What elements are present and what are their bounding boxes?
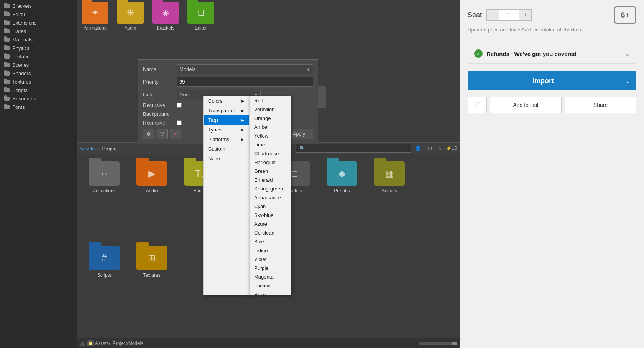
filter-settings-button[interactable]: ⚙ — [143, 129, 154, 139]
asset-folder-animations[interactable]: ✦ Animations — [80, 2, 110, 31]
purchase-section: Seat − 1 + 6+ Updated price and taxes/VA… — [460, 0, 644, 39]
color-item-lime[interactable]: Lime — [250, 140, 291, 149]
seat-minus-button[interactable]: − — [486, 9, 499, 21]
asset-item-audio[interactable]: ▶Audio — [129, 159, 175, 242]
asset-folder-editor[interactable]: ⊔ Editor — [186, 2, 216, 31]
color-item-azure[interactable]: Azure — [250, 220, 291, 228]
import-button[interactable]: Import — [468, 71, 619, 90]
asset-item-label: Scripts — [97, 272, 112, 278]
sidebar-item-physics[interactable]: Physics — [0, 44, 77, 52]
priority-input[interactable] — [177, 77, 313, 87]
asset-folder-audio[interactable]: ✳ Audio — [115, 2, 146, 31]
color-item-harlequin[interactable]: Harlequin — [250, 158, 291, 167]
asset-item-label: Prefabs — [334, 188, 350, 194]
dropdown-item-types[interactable]: Types ▶ — [204, 125, 249, 135]
action-row: ♡ Add to List Share — [468, 97, 636, 113]
color-item-fuchsia[interactable]: Fuchsia — [250, 281, 291, 290]
folder-icon: ◆ — [338, 168, 345, 179]
color-item-green[interactable]: Green — [250, 167, 291, 176]
asset-item-prefabs[interactable]: ◆Prefabs — [319, 159, 365, 242]
main-area: ✦ Animations ✳ Audio ◈ Brackets ⊔ Editor… — [77, 0, 460, 348]
sidebar-item-flares[interactable]: Flares — [0, 27, 77, 35]
recursive-checkbox[interactable] — [177, 103, 182, 108]
color-item-amber[interactable]: Amber — [250, 123, 291, 131]
color-item-emerald[interactable]: Emerald — [250, 176, 291, 184]
price-note: Updated price and taxes/VAT calculated a… — [468, 27, 636, 33]
asset-item-textures[interactable]: ⊞Textures — [129, 243, 175, 326]
arrow-icon: ▶ — [241, 108, 244, 113]
asset-folder-brackets[interactable]: ◈ Brackets — [150, 2, 181, 31]
toolbar-star-icon-btn[interactable]: ☆ — [436, 144, 444, 152]
sidebar-item-shaders[interactable]: Shaders — [0, 69, 77, 77]
wishlist-button[interactable]: ♡ — [468, 97, 487, 113]
folder-icon: ↔ — [100, 168, 109, 179]
toolbar-user-icon-btn[interactable]: 👤 — [413, 144, 423, 152]
dropdown-item-transparent[interactable]: Transparent ▶ — [204, 106, 249, 115]
color-item-red[interactable]: Red — [250, 96, 291, 105]
asset-item-scripts[interactable]: #Scripts — [81, 243, 127, 326]
arrow-icon: ▶ — [241, 128, 244, 132]
dropdown-item-tags[interactable]: Tags ▶ — [204, 115, 249, 125]
toolbar-tag-icon-btn[interactable]: 🏷 — [425, 144, 434, 152]
breadcrumb: Assets › _Project — [80, 146, 118, 151]
color-item-rose[interactable]: Rose — [250, 290, 291, 295]
color-item-chartreuse[interactable]: Chartreuse — [250, 149, 291, 158]
sidebar-item-resources[interactable]: Resources — [0, 94, 77, 103]
color-item-blue[interactable]: Blue — [250, 237, 291, 246]
sidebar-item-brackets[interactable]: Brackets — [0, 2, 77, 10]
filter-name-select[interactable]: Models ▼ — [177, 64, 313, 74]
seat-control: Seat − 1 + 6+ — [468, 6, 636, 24]
sidebar-item-prefabs[interactable]: Prefabs — [0, 52, 77, 61]
filter-name-row: Name Models ▼ — [143, 64, 313, 74]
assets-search-input[interactable] — [296, 144, 411, 153]
color-item-cerulean[interactable]: Cerulean — [250, 228, 291, 237]
scrollbar-handle[interactable] — [452, 342, 457, 345]
sidebar-item-fonts[interactable]: Fonts — [0, 103, 77, 111]
dropdown-item-colors[interactable]: Colors ▶ — [204, 96, 249, 106]
color-item-aquamarine[interactable]: Aquamarine — [250, 193, 291, 202]
color-item-indigo[interactable]: Indigo — [250, 246, 291, 255]
color-item-purple[interactable]: Purple — [250, 264, 291, 272]
color-item-sky-blue[interactable]: Sky-blue — [250, 211, 291, 220]
dropdown-item-custom[interactable]: Custom — [204, 144, 249, 154]
color-item-cyan[interactable]: Cyan — [250, 202, 291, 211]
asset-item-animations[interactable]: ↔Animations — [81, 159, 127, 242]
sidebar-item-textures[interactable]: Textures — [0, 77, 77, 86]
color-item-spring-green[interactable]: Spring-green — [250, 184, 291, 193]
filter-clear-button[interactable]: ✕ — [170, 129, 181, 139]
folder-icon — [4, 11, 10, 17]
folder-icon-orange: ✦ — [82, 2, 108, 24]
breadcrumb-assets[interactable]: Assets — [80, 146, 95, 151]
import-dropdown-button[interactable]: ⌄ — [619, 71, 636, 90]
folder-icon — [4, 62, 10, 68]
share-button[interactable]: Share — [565, 97, 636, 113]
filter-funnel-button[interactable]: ▽ — [157, 129, 168, 139]
add-to-list-button[interactable]: Add to List — [490, 97, 562, 113]
sidebar-item-scenes[interactable]: Scenes — [0, 61, 77, 69]
folder-icon — [4, 79, 10, 85]
color-item-vermilion[interactable]: Vermilion — [250, 105, 291, 114]
sidebar-item-editor[interactable]: Editor — [0, 10, 77, 18]
recursive2-checkbox[interactable] — [177, 120, 182, 125]
color-item-violet[interactable]: Violet — [250, 255, 291, 264]
chevron-down-icon: ⌄ — [625, 77, 631, 85]
color-item-yellow[interactable]: Yellow — [250, 131, 291, 140]
asset-item-label: Textures — [143, 272, 160, 278]
seat-plus-button[interactable]: + — [519, 9, 532, 21]
arrow-icon: ▶ — [241, 118, 244, 122]
sidebar-item-materials[interactable]: Materials — [0, 35, 77, 44]
sidebar-item-extensions[interactable]: Extensions — [0, 18, 77, 27]
dropdown-item-platforms[interactable]: Platforms ▶ — [204, 135, 249, 144]
seat-label: Seat — [468, 11, 482, 19]
folder-icon — [4, 28, 10, 34]
seat-value: 1 — [499, 9, 519, 21]
asset-item-scenes[interactable]: ▦Scenes — [366, 159, 412, 242]
seat-stepper: − 1 + — [486, 9, 532, 21]
folder-icon — [4, 53, 10, 59]
sidebar: Brackets Editor Extensions Flares Materi… — [0, 0, 77, 348]
refunds-header[interactable]: ✓ Refunds · We've got you covered ⌄ — [468, 44, 636, 63]
sidebar-item-scripts[interactable]: Scripts — [0, 86, 77, 94]
color-item-magenta[interactable]: Magenta — [250, 272, 291, 281]
color-item-orange[interactable]: Orange — [250, 114, 291, 123]
dropdown-item-none[interactable]: None — [204, 154, 249, 163]
